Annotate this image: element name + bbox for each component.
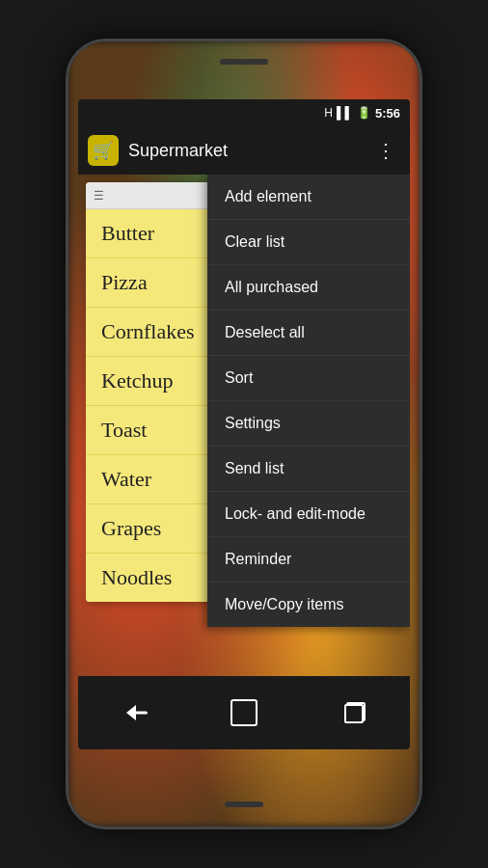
menu-item-all-purchased[interactable]: All purchased (207, 265, 410, 311)
phone-screen: H ▌▌ 🔋 5:56 🛒 Supermarket ⋮ ☰ Butt (78, 99, 410, 749)
navigation-bar (78, 676, 410, 749)
content-area: ☰ Butter Pizza Cornflakes Ketchup Toast … (78, 175, 410, 749)
app-title: Supermarket (128, 141, 371, 161)
back-button[interactable] (109, 696, 157, 730)
menu-item-lock-edit[interactable]: Lock- and edit-mode (207, 492, 410, 537)
menu-item-clear-list[interactable]: Clear list (207, 220, 410, 265)
status-bar: H ▌▌ 🔋 5:56 (78, 99, 410, 126)
app-toolbar: 🛒 Supermarket ⋮ (78, 126, 410, 175)
home-icon (230, 699, 258, 726)
list-header-icon: ☰ (94, 189, 104, 203)
dropdown-menu: Add element Clear list All purchased Des… (207, 175, 410, 627)
menu-item-settings[interactable]: Settings (207, 401, 410, 447)
app-icon: 🛒 (88, 135, 119, 166)
menu-item-deselect-all[interactable]: Deselect all (207, 311, 410, 356)
battery-icon: 🔋 (357, 106, 371, 120)
top-speaker (220, 59, 268, 65)
home-button[interactable] (220, 696, 268, 730)
menu-item-add-element[interactable]: Add element (207, 175, 410, 220)
recent-apps-button[interactable] (331, 696, 379, 730)
time-display: 5:56 (375, 106, 400, 121)
signal-bars: ▌▌ (337, 106, 353, 120)
recent-icon (342, 702, 367, 723)
back-icon (119, 702, 148, 723)
status-icons: H ▌▌ 🔋 5:56 (324, 106, 400, 121)
menu-item-move-copy[interactable]: Move/Copy items (207, 583, 410, 627)
menu-item-send-list[interactable]: Send list (207, 447, 410, 492)
more-options-button[interactable]: ⋮ (371, 134, 400, 167)
menu-item-reminder[interactable]: Reminder (207, 537, 410, 583)
menu-item-sort[interactable]: Sort (207, 356, 410, 401)
network-type: H (324, 106, 333, 120)
phone-device: H ▌▌ 🔋 5:56 🛒 Supermarket ⋮ ☰ Butt (66, 39, 422, 829)
bottom-indicator (225, 801, 263, 807)
